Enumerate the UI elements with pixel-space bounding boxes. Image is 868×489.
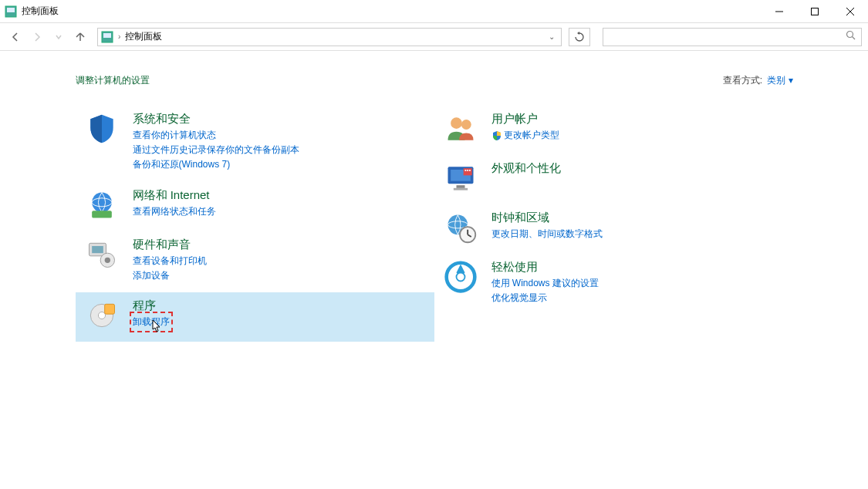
breadcrumb-location: 控制面板 <box>125 30 545 43</box>
category-accounts: 用户帐户 更改帐户类型 <box>434 106 793 155</box>
category-link[interactable]: 添加设备 <box>133 268 207 283</box>
svg-point-16 <box>104 257 110 262</box>
control-panel-icon <box>5 5 17 18</box>
programs-icon <box>85 298 119 332</box>
category-link[interactable]: 查看你的计算机状态 <box>133 128 299 143</box>
category-system-security: 系统和安全 查看你的计算机状态 通过文件历史记录保存你的文件备份副本 备份和还原… <box>76 106 434 182</box>
category-link[interactable]: 备份和还原(Windows 7) <box>133 157 299 172</box>
ease-of-access-icon <box>444 260 478 294</box>
svg-rect-29 <box>469 170 471 171</box>
category-title[interactable]: 网络和 Internet <box>133 188 216 203</box>
chevron-down-icon[interactable]: ⌄ <box>545 32 558 41</box>
window-title: 控制面板 <box>22 5 762 18</box>
page-title: 调整计算机的设置 <box>76 74 723 87</box>
svg-line-9 <box>853 37 856 40</box>
close-button[interactable] <box>833 0 868 22</box>
svg-point-36 <box>456 273 464 282</box>
up-button[interactable] <box>71 28 90 46</box>
recent-dropdown[interactable] <box>49 28 68 46</box>
maximize-button[interactable] <box>797 0 833 22</box>
uac-shield-icon <box>491 130 502 141</box>
category-programs: 程序 卸载程序 <box>76 292 434 342</box>
svg-rect-7 <box>103 33 111 38</box>
category-link[interactable]: 通过文件历史记录保存你的文件备份副本 <box>133 143 299 157</box>
breadcrumb-chevron-icon: › <box>118 32 120 41</box>
monitor-icon <box>444 161 478 195</box>
category-clock: 时钟和区域 更改日期、时间或数字格式 <box>434 204 793 254</box>
search-input[interactable] <box>608 32 846 42</box>
svg-rect-27 <box>464 170 466 171</box>
annotation-highlight-box <box>130 312 173 332</box>
category-network: 网络和 Internet 查看网络状态和任务 <box>76 182 434 231</box>
control-panel-icon <box>101 31 113 43</box>
category-title[interactable]: 硬件和声音 <box>133 238 207 252</box>
network-icon <box>85 188 119 222</box>
svg-rect-25 <box>453 188 467 191</box>
svg-rect-12 <box>92 211 112 218</box>
search-icon <box>846 30 856 43</box>
svg-rect-24 <box>456 185 464 188</box>
category-link[interactable]: 优化视觉显示 <box>491 291 599 305</box>
viewby-label: 查看方式: <box>723 74 762 87</box>
back-button[interactable] <box>6 28 25 46</box>
svg-rect-14 <box>92 246 103 253</box>
svg-point-32 <box>460 227 475 242</box>
chevron-down-icon: ▾ <box>789 75 793 86</box>
category-link[interactable]: 使用 Windows 建议的设置 <box>491 276 599 291</box>
breadcrumb[interactable]: › 控制面板 ⌄ <box>97 28 562 46</box>
svg-rect-28 <box>467 170 468 171</box>
category-appearance: 外观和个性化 <box>434 155 793 204</box>
category-link[interactable]: 查看网络状态和任务 <box>133 204 216 219</box>
category-title[interactable]: 外观和个性化 <box>491 161 561 176</box>
shield-icon <box>85 112 119 146</box>
category-hardware: 硬件和声音 查看设备和打印机 添加设备 <box>76 231 434 292</box>
category-link[interactable]: 更改日期、时间或数字格式 <box>491 227 603 241</box>
category-title[interactable]: 用户帐户 <box>491 112 559 126</box>
content-area: 调整计算机的设置 查看方式: 类别 ▾ 系统和安全 查看你的计算机状态 通过文件… <box>0 51 868 342</box>
svg-point-21 <box>461 120 471 130</box>
category-link[interactable]: 更改帐户类型 <box>491 128 559 143</box>
category-title[interactable]: 系统和安全 <box>133 112 299 126</box>
svg-point-8 <box>847 32 853 38</box>
svg-point-10 <box>92 192 112 212</box>
svg-point-20 <box>451 117 462 129</box>
minimize-button[interactable] <box>762 0 797 22</box>
svg-rect-3 <box>812 8 819 15</box>
search-box[interactable] <box>603 28 862 46</box>
svg-point-18 <box>98 312 105 319</box>
hardware-icon <box>85 238 119 271</box>
category-link[interactable]: 查看设备和打印机 <box>133 254 207 268</box>
refresh-button[interactable] <box>569 28 590 46</box>
svg-rect-1 <box>7 8 15 12</box>
navbar: › 控制面板 ⌄ <box>0 23 868 51</box>
category-title[interactable]: 轻松使用 <box>491 260 599 275</box>
users-icon <box>444 112 478 146</box>
forward-button[interactable] <box>28 28 46 46</box>
svg-rect-19 <box>104 304 114 314</box>
titlebar: 控制面板 <box>0 0 868 23</box>
category-title[interactable]: 时钟和区域 <box>491 211 603 225</box>
svg-rect-26 <box>463 168 471 175</box>
viewby-dropdown[interactable]: 类别 ▾ <box>767 74 792 87</box>
clock-globe-icon <box>444 211 478 244</box>
category-ease: 轻松使用 使用 Windows 建议的设置 优化视觉显示 <box>434 254 793 315</box>
